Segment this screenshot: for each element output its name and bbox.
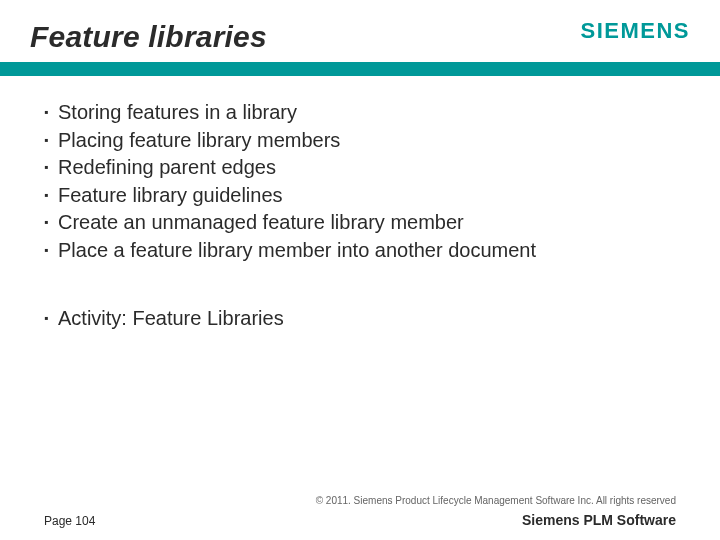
footer-row: Page 104 Siemens PLM Software	[44, 512, 676, 528]
page-number: Page 104	[44, 514, 95, 528]
siemens-logo: SIEMENS	[580, 18, 690, 44]
content-body: Storing features in a library Placing fe…	[44, 100, 680, 333]
spacer	[44, 266, 680, 306]
bullet-item: Storing features in a library	[44, 100, 680, 126]
bullet-list-2: Activity: Feature Libraries	[44, 306, 680, 332]
footer-brand: Siemens PLM Software	[522, 512, 676, 528]
bullet-item: Activity: Feature Libraries	[44, 306, 680, 332]
top-margin	[0, 0, 720, 20]
bullet-item: Create an unmanaged feature library memb…	[44, 210, 680, 236]
footer: © 2011. Siemens Product Lifecycle Manage…	[0, 495, 720, 528]
header-divider-bar	[0, 62, 720, 76]
bullet-item: Feature library guidelines	[44, 183, 680, 209]
header: Feature libraries SIEMENS	[0, 20, 720, 54]
bullet-item: Place a feature library member into anot…	[44, 238, 680, 264]
page-title: Feature libraries	[30, 20, 267, 54]
bullet-item: Placing feature library members	[44, 128, 680, 154]
bullet-list-1: Storing features in a library Placing fe…	[44, 100, 680, 264]
bullet-item: Redefining parent edges	[44, 155, 680, 181]
slide: Feature libraries SIEMENS Storing featur…	[0, 0, 720, 540]
siemens-logo-text: SIEMENS	[580, 18, 690, 43]
copyright-text: © 2011. Siemens Product Lifecycle Manage…	[44, 495, 676, 506]
